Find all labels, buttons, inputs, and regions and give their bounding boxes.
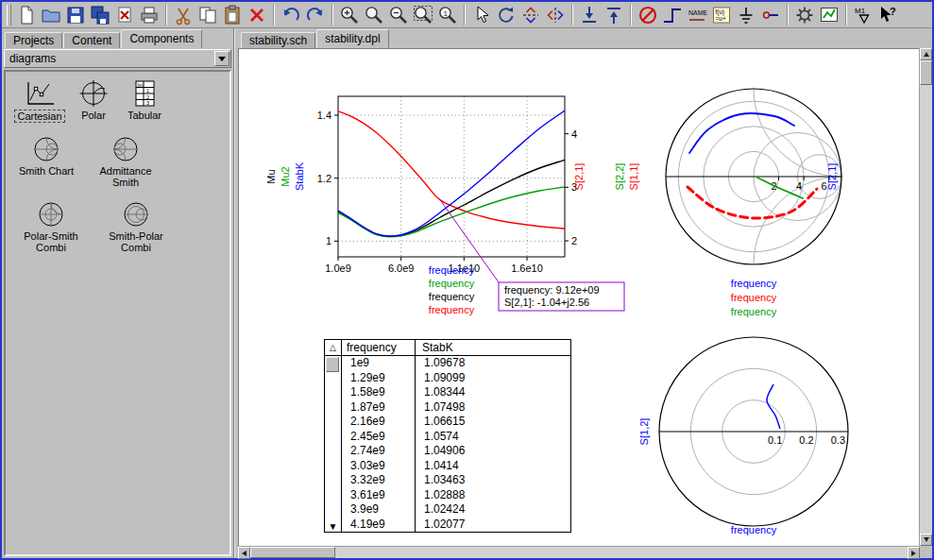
palette-item-cartesian[interactable]: Cartesian — [9, 79, 70, 123]
display-canvas[interactable]: 1.0e96.0e91.1e101.6e1011.21.4234MuMu2Sta… — [238, 48, 919, 546]
port-icon — [760, 5, 781, 25]
zoom-button[interactable] — [363, 4, 385, 26]
wire-button[interactable] — [661, 4, 684, 26]
toolbar-drag-handle[interactable] — [7, 5, 11, 25]
wire-label-button[interactable]: NAME — [686, 4, 708, 26]
smith-polar-combi-icon — [119, 200, 153, 229]
table-scroll-down-button[interactable]: ▼ — [325, 521, 341, 532]
whats-this-icon: ? — [877, 5, 898, 25]
cut-button[interactable] — [172, 4, 195, 26]
horizontal-scroll-track[interactable] — [335, 547, 908, 558]
zoom-1-1-button[interactable]: 1 — [436, 4, 459, 26]
mirror-x-button[interactable] — [519, 4, 542, 26]
copy-button[interactable] — [196, 4, 219, 26]
svg-text:S[1,1]: S[1,1] — [628, 163, 639, 191]
toolbar-separator — [787, 5, 789, 25]
document-tab-stability-sch[interactable]: stability.sch — [241, 32, 315, 48]
polar-diagram[interactable]: 0.10.20.3S[1,2]frequency — [638, 337, 848, 535]
scroll-down-button[interactable] — [920, 534, 932, 546]
svg-text:1: 1 — [146, 88, 149, 93]
svg-text:frequency: frequency — [731, 524, 777, 535]
diagram-category-dropdown[interactable]: diagrams — [4, 49, 231, 68]
main-area: ProjectsContentComponents diagrams Carte… — [2, 28, 932, 558]
cell-stabk: 1.06615 — [416, 415, 570, 430]
deactivate-button[interactable] — [637, 4, 659, 26]
paste-button[interactable] — [221, 4, 244, 26]
redo-button[interactable] — [304, 4, 327, 26]
push-into-subcircuit-button[interactable] — [578, 4, 601, 26]
scroll-up-button[interactable] — [920, 48, 932, 60]
palette-item-tabular[interactable]: lin123Tabular — [117, 79, 172, 123]
pop-out-button[interactable] — [603, 4, 625, 26]
zoom-in-button[interactable] — [338, 4, 361, 26]
ground-button[interactable] — [735, 4, 757, 26]
palette-item-smith-polar-combi[interactable]: Smith-Polar Combi — [94, 200, 178, 253]
close-document-button[interactable] — [113, 4, 136, 26]
print-button[interactable] — [138, 4, 161, 26]
delete-button[interactable] — [246, 4, 268, 26]
document-tab-stability-dpl[interactable]: stability.dpl — [316, 29, 388, 48]
rotate-button[interactable] — [495, 4, 518, 26]
horizontal-scrollbar[interactable] — [238, 546, 920, 558]
polar-smith-combi-icon — [34, 200, 68, 229]
new-document-button[interactable] — [15, 4, 38, 26]
palette-item-polar[interactable]: Polar — [72, 79, 115, 123]
tabular-diagram[interactable]: △frequencyStabK▼1e91.096781.29e91.090991… — [324, 339, 571, 533]
tab-projects[interactable]: Projects — [5, 32, 62, 48]
tab-components[interactable]: Components — [121, 29, 202, 48]
hscroll-row — [238, 546, 932, 558]
select-icon — [471, 5, 492, 25]
tab-content[interactable]: Content — [63, 32, 120, 48]
zoom-fit-icon — [413, 5, 433, 25]
cartesian-diagram[interactable]: 1.0e96.0e91.1e101.6e1011.21.4234MuMu2Sta… — [265, 96, 624, 315]
polar-smith-combi-diagram[interactable]: 246S[2,2]S[1,1]S[2,1]frequencyfrequencyf… — [614, 89, 841, 317]
zoom-1-1-icon: 1 — [437, 5, 458, 25]
document-tabbar: stability.schstability.dpl — [238, 28, 932, 48]
qucs-window: 1NAMEf(u)=u+M1? ProjectsContentComponent… — [0, 0, 934, 560]
ground-icon — [736, 5, 756, 25]
palette-item-label: Tabular — [127, 110, 161, 121]
svg-text:frequency: frequency — [429, 304, 475, 315]
zoom-out-button[interactable] — [387, 4, 410, 26]
cell-frequency: 1e9 — [342, 356, 416, 371]
copy-icon — [197, 5, 218, 25]
palette-item-admittance-smith[interactable]: Admittance Smith — [85, 135, 166, 188]
toolbar-separator — [464, 5, 466, 25]
scroll-right-button[interactable] — [908, 547, 920, 559]
svg-text:frequency: frequency — [731, 292, 777, 303]
svg-text:lin: lin — [138, 82, 144, 88]
vertical-scroll-track[interactable] — [920, 85, 932, 534]
table-rows: 1e91.096781.29e91.090991.58e91.083441.87… — [342, 356, 570, 532]
palette-item-smith-chart[interactable]: Smith Chart — [9, 135, 83, 188]
whats-this-button[interactable]: ? — [876, 4, 899, 26]
pop-out-icon — [603, 5, 624, 25]
cell-stabk: 1.02077 — [416, 518, 570, 533]
marker-button[interactable]: M1 — [852, 4, 875, 26]
scroll-left-button[interactable] — [238, 547, 250, 559]
data-display-button[interactable] — [818, 4, 841, 26]
dropdown-arrow-button[interactable] — [214, 51, 229, 66]
cell-frequency: 3.9e9 — [342, 502, 416, 518]
horizontal-scroll-thumb[interactable] — [250, 547, 335, 558]
table-scrollbar-thumb[interactable] — [326, 357, 339, 372]
save-document-button[interactable] — [64, 4, 87, 26]
equation-button[interactable]: f(u)=u+ — [710, 4, 733, 26]
vertical-scrollbar[interactable] — [919, 48, 932, 546]
zoom-fit-button[interactable] — [412, 4, 434, 26]
undo-button[interactable] — [280, 4, 302, 26]
vertical-scroll-thumb[interactable] — [920, 60, 932, 85]
svg-text:4: 4 — [796, 180, 802, 192]
mirror-y-button[interactable] — [544, 4, 567, 26]
save-all-button[interactable] — [89, 4, 111, 26]
open-document-button[interactable] — [40, 4, 62, 26]
select-button[interactable] — [470, 4, 493, 26]
table-scroll-up-button[interactable]: △ — [325, 340, 342, 355]
palette-item-polar-smith-combi[interactable]: Polar-Smith Combi — [9, 200, 93, 253]
rotate-icon — [496, 5, 517, 25]
simulate-button[interactable] — [793, 4, 816, 26]
svg-text:NAME: NAME — [688, 9, 707, 16]
palette-item-label: Polar — [81, 110, 106, 121]
cell-stabk: 1.02424 — [416, 502, 570, 518]
table-scrollbar-rail[interactable]: ▼ — [325, 356, 342, 532]
port-button[interactable] — [759, 4, 782, 26]
